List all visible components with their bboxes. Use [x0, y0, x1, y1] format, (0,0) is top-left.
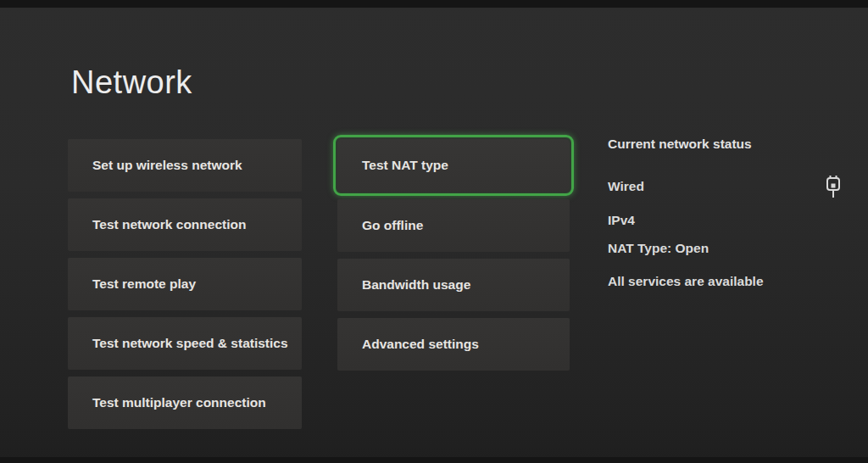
middle-menu-column: Test NAT type Go offline Bandwidth usage…: [337, 139, 570, 377]
focus-ring: Test NAT type: [333, 135, 574, 196]
page-title: Network: [71, 64, 192, 101]
status-connection-type: Wired: [608, 179, 644, 194]
button-advanced-settings[interactable]: Advanced settings: [337, 318, 570, 371]
letterbox-top: [0, 0, 868, 8]
button-test-nat-type[interactable]: Test NAT type: [337, 139, 570, 192]
network-status-panel: Current network status Wired IPv4 NAT Ty…: [608, 137, 842, 289]
status-heading: Current network status: [608, 137, 842, 152]
button-set-up-wireless-network[interactable]: Set up wireless network: [68, 139, 302, 192]
network-settings-screen: Network Set up wireless network Test net…: [0, 0, 868, 463]
letterbox-bottom: [0, 457, 868, 463]
status-services: All services are available: [608, 274, 842, 289]
button-go-offline[interactable]: Go offline: [337, 199, 570, 252]
button-bandwidth-usage[interactable]: Bandwidth usage: [337, 259, 570, 311]
button-test-network-speed-statistics[interactable]: Test network speed & statistics: [68, 317, 302, 370]
ethernet-plug-icon: [825, 175, 842, 200]
status-ip-version: IPv4: [608, 213, 842, 228]
left-menu-column: Set up wireless network Test network con…: [68, 139, 302, 436]
button-test-multiplayer-connection[interactable]: Test multiplayer connection: [68, 377, 302, 429]
button-test-network-connection[interactable]: Test network connection: [68, 198, 302, 251]
status-nat-type: NAT Type: Open: [608, 241, 842, 256]
status-connection-row: Wired: [608, 173, 842, 200]
button-test-remote-play[interactable]: Test remote play: [68, 258, 302, 310]
